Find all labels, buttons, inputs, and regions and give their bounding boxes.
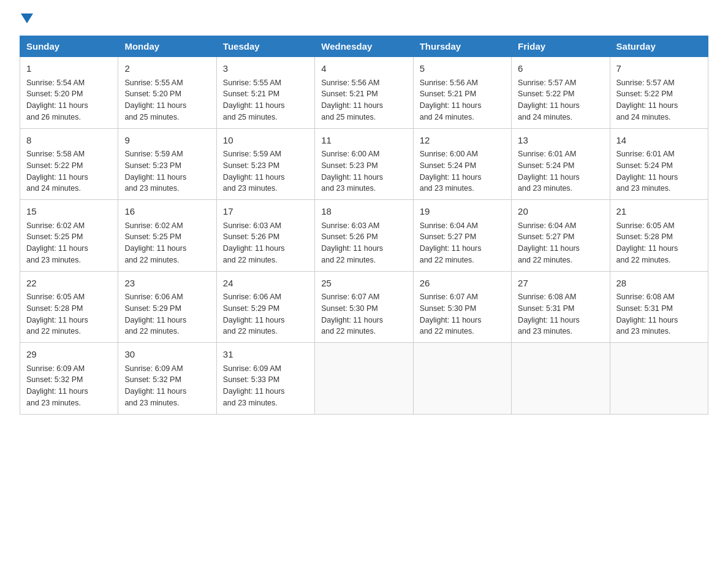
logo-image — [20, 15, 33, 26]
calendar-day-header-monday: Monday — [118, 36, 216, 57]
day-number: 4 — [321, 62, 406, 76]
day-number: 17 — [223, 205, 308, 219]
day-info: Sunrise: 6:06 AMSunset: 5:29 PMDaylight:… — [124, 293, 186, 335]
day-number: 25 — [321, 277, 406, 291]
calendar-cell — [315, 343, 413, 415]
calendar-day-header-friday: Friday — [512, 36, 610, 57]
calendar-cell: 9 Sunrise: 5:59 AMSunset: 5:23 PMDayligh… — [118, 128, 216, 200]
calendar-week-row: 29 Sunrise: 6:09 AMSunset: 5:32 PMDaylig… — [20, 343, 708, 415]
day-number: 22 — [26, 277, 112, 291]
day-number: 8 — [26, 134, 112, 148]
day-info: Sunrise: 5:55 AMSunset: 5:20 PMDaylight:… — [124, 79, 186, 121]
day-number: 29 — [26, 348, 112, 362]
day-number: 26 — [420, 277, 505, 291]
day-number: 15 — [26, 205, 112, 219]
day-info: Sunrise: 6:00 AMSunset: 5:24 PMDaylight:… — [420, 150, 482, 193]
calendar-cell: 5 Sunrise: 5:56 AMSunset: 5:21 PMDayligh… — [413, 57, 511, 129]
day-number: 20 — [518, 205, 603, 219]
day-info: Sunrise: 5:58 AMSunset: 5:22 PMDaylight:… — [26, 150, 88, 193]
day-number: 5 — [420, 62, 505, 76]
day-info: Sunrise: 6:04 AMSunset: 5:27 PMDaylight:… — [420, 221, 482, 264]
calendar-cell: 2 Sunrise: 5:55 AMSunset: 5:20 PMDayligh… — [118, 57, 216, 129]
calendar-cell: 17 Sunrise: 6:03 AMSunset: 5:26 PMDaylig… — [216, 200, 314, 272]
svg-marker-0 — [21, 13, 33, 23]
day-info: Sunrise: 6:05 AMSunset: 5:28 PMDaylight:… — [616, 221, 678, 264]
day-number: 19 — [420, 205, 505, 219]
calendar-cell: 4 Sunrise: 5:56 AMSunset: 5:21 PMDayligh… — [315, 57, 413, 129]
day-info: Sunrise: 6:09 AMSunset: 5:33 PMDaylight:… — [223, 364, 285, 407]
day-number: 18 — [321, 205, 406, 219]
calendar-day-header-thursday: Thursday — [413, 36, 511, 57]
calendar-cell: 16 Sunrise: 6:02 AMSunset: 5:25 PMDaylig… — [118, 200, 216, 272]
calendar-cell: 20 Sunrise: 6:04 AMSunset: 5:27 PMDaylig… — [512, 200, 610, 272]
day-info: Sunrise: 5:57 AMSunset: 5:22 PMDaylight:… — [616, 79, 678, 121]
day-info: Sunrise: 5:57 AMSunset: 5:22 PMDaylight:… — [518, 79, 580, 121]
day-number: 16 — [124, 205, 210, 219]
day-number: 12 — [420, 134, 505, 148]
day-number: 1 — [26, 62, 112, 76]
calendar-cell: 27 Sunrise: 6:08 AMSunset: 5:31 PMDaylig… — [512, 271, 610, 343]
calendar-cell: 13 Sunrise: 6:01 AMSunset: 5:24 PMDaylig… — [512, 128, 610, 200]
calendar-day-header-wednesday: Wednesday — [315, 36, 413, 57]
day-info: Sunrise: 5:54 AMSunset: 5:20 PMDaylight:… — [26, 79, 88, 121]
calendar-week-row: 8 Sunrise: 5:58 AMSunset: 5:22 PMDayligh… — [20, 128, 708, 200]
day-number: 10 — [223, 134, 308, 148]
calendar-cell: 21 Sunrise: 6:05 AMSunset: 5:28 PMDaylig… — [610, 200, 708, 272]
calendar-day-header-tuesday: Tuesday — [216, 36, 314, 57]
day-info: Sunrise: 5:56 AMSunset: 5:21 PMDaylight:… — [321, 79, 383, 121]
day-info: Sunrise: 6:08 AMSunset: 5:31 PMDaylight:… — [616, 293, 678, 335]
day-number: 9 — [124, 134, 210, 148]
calendar-cell: 25 Sunrise: 6:07 AMSunset: 5:30 PMDaylig… — [315, 271, 413, 343]
calendar-cell: 7 Sunrise: 5:57 AMSunset: 5:22 PMDayligh… — [610, 57, 708, 129]
day-info: Sunrise: 6:07 AMSunset: 5:30 PMDaylight:… — [420, 293, 482, 335]
day-number: 14 — [616, 134, 702, 148]
calendar-cell: 10 Sunrise: 5:59 AMSunset: 5:23 PMDaylig… — [216, 128, 314, 200]
day-info: Sunrise: 6:01 AMSunset: 5:24 PMDaylight:… — [616, 150, 678, 193]
calendar-cell: 3 Sunrise: 5:55 AMSunset: 5:21 PMDayligh… — [216, 57, 314, 129]
day-info: Sunrise: 6:02 AMSunset: 5:25 PMDaylight:… — [26, 221, 88, 264]
calendar-cell: 26 Sunrise: 6:07 AMSunset: 5:30 PMDaylig… — [413, 271, 511, 343]
day-info: Sunrise: 6:01 AMSunset: 5:24 PMDaylight:… — [518, 150, 580, 193]
calendar-cell: 15 Sunrise: 6:02 AMSunset: 5:25 PMDaylig… — [20, 200, 118, 272]
day-info: Sunrise: 6:05 AMSunset: 5:28 PMDaylight:… — [26, 293, 88, 335]
day-info: Sunrise: 6:04 AMSunset: 5:27 PMDaylight:… — [518, 221, 580, 264]
day-number: 2 — [124, 62, 210, 76]
day-info: Sunrise: 6:09 AMSunset: 5:32 PMDaylight:… — [124, 364, 186, 407]
calendar-cell — [512, 343, 610, 415]
page-header — [20, 15, 708, 26]
day-number: 31 — [223, 348, 308, 362]
day-info: Sunrise: 6:03 AMSunset: 5:26 PMDaylight:… — [223, 221, 285, 264]
day-number: 7 — [616, 62, 702, 76]
logo — [20, 15, 33, 26]
calendar-cell: 12 Sunrise: 6:00 AMSunset: 5:24 PMDaylig… — [413, 128, 511, 200]
day-number: 30 — [124, 348, 210, 362]
calendar-day-header-saturday: Saturday — [610, 36, 708, 57]
day-info: Sunrise: 5:55 AMSunset: 5:21 PMDaylight:… — [223, 79, 285, 121]
day-number: 23 — [124, 277, 210, 291]
day-info: Sunrise: 6:03 AMSunset: 5:26 PMDaylight:… — [321, 221, 383, 264]
calendar-cell: 6 Sunrise: 5:57 AMSunset: 5:22 PMDayligh… — [512, 57, 610, 129]
day-number: 24 — [223, 277, 308, 291]
day-number: 6 — [518, 62, 603, 76]
logo-triangle-icon — [21, 13, 33, 26]
day-number: 3 — [223, 62, 308, 76]
day-info: Sunrise: 5:59 AMSunset: 5:23 PMDaylight:… — [223, 150, 285, 193]
calendar-cell: 22 Sunrise: 6:05 AMSunset: 5:28 PMDaylig… — [20, 271, 118, 343]
calendar-cell: 29 Sunrise: 6:09 AMSunset: 5:32 PMDaylig… — [20, 343, 118, 415]
day-info: Sunrise: 6:08 AMSunset: 5:31 PMDaylight:… — [518, 293, 580, 335]
day-info: Sunrise: 6:02 AMSunset: 5:25 PMDaylight:… — [124, 221, 186, 264]
day-info: Sunrise: 6:06 AMSunset: 5:29 PMDaylight:… — [223, 293, 285, 335]
calendar-week-row: 1 Sunrise: 5:54 AMSunset: 5:20 PMDayligh… — [20, 57, 708, 129]
calendar-cell: 19 Sunrise: 6:04 AMSunset: 5:27 PMDaylig… — [413, 200, 511, 272]
calendar-week-row: 22 Sunrise: 6:05 AMSunset: 5:28 PMDaylig… — [20, 271, 708, 343]
day-info: Sunrise: 6:09 AMSunset: 5:32 PMDaylight:… — [26, 364, 88, 407]
calendar-week-row: 15 Sunrise: 6:02 AMSunset: 5:25 PMDaylig… — [20, 200, 708, 272]
calendar-cell: 24 Sunrise: 6:06 AMSunset: 5:29 PMDaylig… — [216, 271, 314, 343]
day-info: Sunrise: 5:59 AMSunset: 5:23 PMDaylight:… — [124, 150, 186, 193]
calendar-cell: 8 Sunrise: 5:58 AMSunset: 5:22 PMDayligh… — [20, 128, 118, 200]
day-number: 27 — [518, 277, 603, 291]
calendar-cell — [413, 343, 511, 415]
day-info: Sunrise: 6:07 AMSunset: 5:30 PMDaylight:… — [321, 293, 383, 335]
day-info: Sunrise: 5:56 AMSunset: 5:21 PMDaylight:… — [420, 79, 482, 121]
calendar-header-row: SundayMondayTuesdayWednesdayThursdayFrid… — [20, 36, 708, 57]
